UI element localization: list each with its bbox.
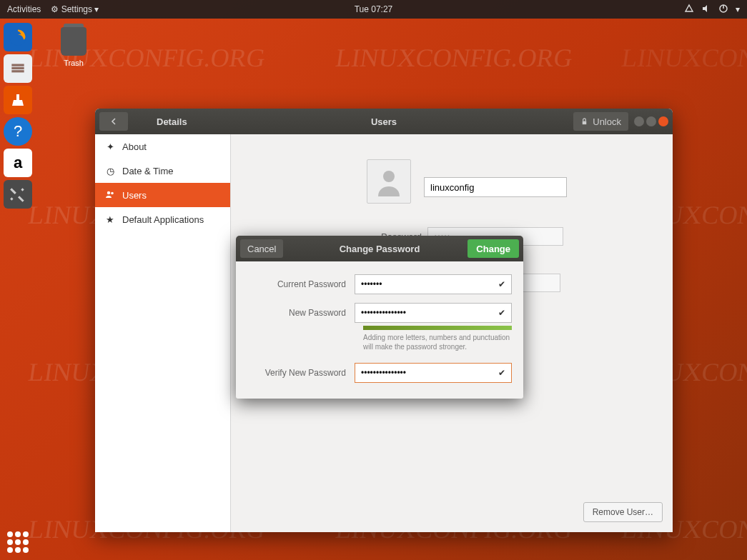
change-password-dialog: Cancel Change Password Change Current Pa… — [236, 236, 523, 399]
unlock-label: Unlock — [593, 116, 621, 127]
sidebar-item-users[interactable]: Users — [95, 183, 230, 207]
svg-rect-7 — [583, 121, 587, 124]
check-icon: ✔ — [498, 308, 505, 318]
svg-point-9 — [111, 191, 114, 194]
svg-rect-5 — [11, 70, 24, 72]
svg-rect-4 — [11, 67, 24, 69]
titlebar: Details Users Unlock — [95, 109, 673, 134]
person-icon — [372, 165, 405, 198]
show-apps-button[interactable] — [7, 531, 29, 553]
star-icon: ✦ — [105, 141, 115, 152]
dock-app-software[interactable] — [4, 86, 32, 114]
svg-rect-3 — [11, 64, 24, 66]
username-input[interactable] — [424, 177, 567, 197]
current-password-input[interactable]: ••••••• ✔ — [355, 274, 512, 294]
password-dots: ••••••••••••••• — [361, 368, 406, 378]
desktop-trash[interactable]: Trash — [61, 27, 86, 67]
dock-app-settings[interactable] — [4, 180, 32, 209]
star-icon: ★ — [105, 214, 115, 225]
unlock-button[interactable]: Unlock — [573, 112, 628, 131]
dialog-title: Change Password — [340, 244, 420, 254]
watermark: LINUXCONFIG.ORG — [620, 43, 747, 73]
app-menu-label: Settings — [61, 4, 92, 14]
sidebar-item-label: Date & Time — [122, 166, 174, 176]
svg-rect-6 — [16, 94, 19, 100]
verify-password-input[interactable]: ••••••••••••••• ✔ — [355, 363, 512, 383]
sidebar-item-about[interactable]: ✦ About — [95, 134, 230, 159]
sidebar-item-label: Users — [122, 190, 147, 201]
lock-icon — [580, 118, 588, 126]
network-icon[interactable] — [684, 4, 694, 16]
password-strength-meter — [363, 326, 512, 330]
dock-app-help[interactable]: ? — [4, 117, 32, 146]
remove-user-button[interactable]: Remove User… — [583, 502, 663, 522]
sidebar: ✦ About ◷ Date & Time Users ★ Default Ap… — [95, 134, 231, 532]
avatar[interactable] — [367, 159, 411, 204]
cancel-button[interactable]: Cancel — [240, 239, 283, 258]
password-dots: ••••••• — [361, 279, 382, 289]
app-menu[interactable]: ⚙ Settings ▾ — [51, 4, 99, 14]
activities-button[interactable]: Activities — [7, 4, 41, 14]
check-icon: ✔ — [498, 368, 505, 378]
watermark: LINUXCONFIG.ORG — [334, 43, 575, 73]
verify-password-label: Verify New Password — [247, 368, 355, 378]
password-hint: Adding more letters, numbers and punctua… — [363, 333, 512, 351]
trash-label: Trash — [61, 59, 86, 67]
power-icon[interactable] — [718, 4, 728, 16]
topbar: Activities ⚙ Settings ▾ Tue 07:27 ▾ — [0, 0, 747, 19]
trash-icon — [61, 27, 86, 56]
dialog-header: Cancel Change Password Change — [236, 236, 523, 261]
volume-icon[interactable] — [701, 4, 711, 16]
dock: ? a — [0, 19, 36, 209]
svg-point-8 — [107, 191, 110, 194]
clock-icon: ◷ — [105, 166, 115, 176]
sidebar-item-datetime[interactable]: ◷ Date & Time — [95, 159, 230, 183]
password-dots: ••••••••••••••• — [361, 308, 406, 318]
strength-fill — [363, 326, 512, 330]
dock-app-amazon[interactable]: a — [4, 149, 32, 177]
new-password-label: New Password — [247, 308, 355, 318]
sidebar-item-default-apps[interactable]: ★ Default Applications — [95, 207, 230, 231]
chevron-down-icon: ▾ — [94, 4, 99, 14]
close-button[interactable] — [658, 116, 668, 126]
sidebar-item-label: About — [122, 141, 147, 152]
dock-app-files[interactable] — [4, 54, 32, 83]
check-icon: ✔ — [498, 279, 505, 289]
svg-point-10 — [383, 171, 395, 182]
header-title: Users — [371, 116, 397, 127]
back-button[interactable] — [99, 112, 128, 131]
minimize-button[interactable] — [634, 116, 644, 126]
window-controls — [634, 116, 668, 126]
new-password-input[interactable]: ••••••••••••••• ✔ — [355, 303, 512, 323]
users-icon — [105, 189, 115, 201]
change-button[interactable]: Change — [468, 239, 519, 258]
header-subtitle: Details — [157, 116, 187, 127]
dock-app-firefox[interactable] — [4, 23, 32, 51]
sidebar-item-label: Default Applications — [122, 214, 204, 225]
current-password-label: Current Password — [247, 279, 355, 289]
chevron-down-icon[interactable]: ▾ — [736, 4, 740, 14]
clock[interactable]: Tue 07:27 — [355, 4, 393, 14]
maximize-button[interactable] — [646, 116, 656, 126]
gear-icon: ⚙ — [51, 4, 59, 14]
